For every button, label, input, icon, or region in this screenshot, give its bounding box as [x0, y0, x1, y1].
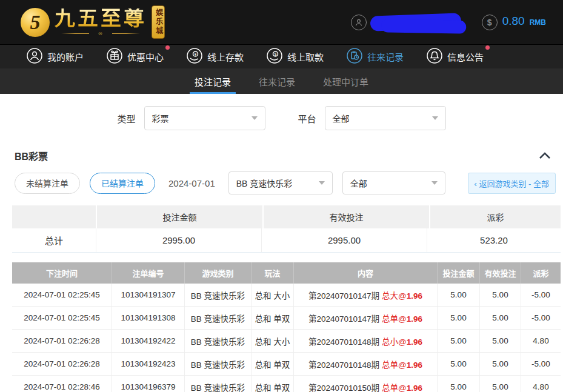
cell-game-category: BB 竞速快乐彩 [184, 376, 251, 392]
cell-bet-time: 2024-07-01 02:25:45 [12, 307, 112, 329]
cell-valid-bet: 5.00 [479, 353, 521, 375]
logo-flourish: ∞ [61, 32, 140, 36]
type-filter-label: 类型 [117, 112, 135, 125]
cell-game-category: BB 竞速快乐彩 [184, 330, 251, 352]
nav-item-promotions[interactable]: 优惠中心 [107, 48, 164, 65]
cell-order-id: 101304191307 [112, 284, 184, 306]
username-redacted [370, 13, 461, 31]
content-odds: 1.96 [407, 384, 422, 392]
summary-payout-total: 523.20 [427, 228, 561, 252]
content-pick: 总大@ [382, 291, 407, 301]
user-icon [351, 15, 367, 30]
nav-item-my-account[interactable]: 我的账户 [27, 48, 84, 65]
col-content: 内容 [293, 262, 437, 284]
cell-bet-amount: 5.00 [437, 284, 479, 306]
summary-bet-total: 2995.00 [96, 228, 261, 252]
nav-item-withdraw[interactable]: $ 线上取款 [267, 48, 324, 65]
content-odds: 1.96 [407, 360, 422, 370]
settled-bets-button[interactable]: 已结算注单 [90, 173, 155, 194]
game-select[interactable]: BB 竞速快乐彩 [228, 171, 333, 194]
notification-dot [165, 45, 170, 50]
chevron-down-icon [319, 181, 325, 185]
cell-content: 第202407010147期 总大@1.96 [293, 284, 437, 306]
nav-item-transaction-records[interactable]: 往来记录 [347, 48, 404, 65]
content-period: 第202407010147期 [308, 289, 379, 301]
scope-select[interactable]: 全部 [342, 171, 445, 194]
nav-label: 优惠中心 [127, 50, 164, 63]
unsettled-bets-button[interactable]: 未结算注单 [15, 173, 80, 194]
cell-game-category: BB 竞速快乐彩 [184, 307, 251, 329]
cell-bet-amount: 5.00 [437, 376, 479, 392]
filter-row: 类型 彩票 平台 全部 [0, 94, 563, 139]
summary-col-payout: 派彩 [430, 205, 561, 228]
site-logo[interactable]: 5 九五至尊 ∞ 娱乐城 [21, 5, 165, 39]
cell-bet-amount: 5.00 [437, 307, 479, 329]
content-period: 第202407010148期 [308, 335, 379, 347]
gift-icon [107, 48, 122, 65]
chevron-up-icon[interactable] [539, 152, 551, 159]
back-to-game-category-link[interactable]: ‹ 返回游戏类别 - 全部 [468, 173, 556, 194]
tab-bet-records[interactable]: 投注记录 [191, 68, 235, 94]
cell-payout: -5.00 [521, 353, 561, 375]
balance-currency: RMB [530, 18, 546, 27]
cell-bet-time: 2024-07-01 02:26:28 [12, 353, 112, 375]
account-icon [27, 48, 42, 65]
cell-bet-amount: 5.00 [437, 353, 479, 375]
cell-bet-amount: 5.00 [437, 330, 479, 352]
table-row: 2024-07-01 02:26:28 101304192423 BB 竞速快乐… [12, 353, 561, 376]
table-header-row: 下注时间 注单编号 游戏类别 玩法 内容 投注金额 有效投注 派彩 [12, 262, 561, 284]
content-odds: 1.96 [407, 337, 422, 347]
summary-col-valid: 有效投注 [264, 205, 429, 228]
summary-valid-total: 2995.00 [261, 228, 427, 252]
tab-transaction-records[interactable]: 往来记录 [255, 68, 299, 94]
col-bet-amount: 投注金额 [437, 262, 479, 284]
table-row: 2024-07-01 02:28:46 101304196379 BB 竞速快乐… [12, 376, 561, 392]
content-period: 第202407010150期 [308, 381, 379, 392]
cell-content: 第202407010147期 总单@1.96 [293, 307, 437, 329]
nav-item-deposit[interactable]: ¥ 线上存款 [187, 48, 244, 65]
nav-label: 往来记录 [367, 50, 404, 63]
content-pick: 总单@ [382, 384, 407, 392]
user-account-chip[interactable] [351, 15, 461, 30]
nav-label: 信息公告 [447, 50, 484, 63]
bet-filter-toolbar: 未结算注单 已结算注单 2024-07-01 BB 竞速快乐彩 全部 ‹ 返回游… [0, 169, 563, 203]
tab-pending-orders[interactable]: 处理中订单 [319, 68, 372, 94]
content-pick: 总小@ [382, 337, 407, 347]
chevron-down-icon [252, 116, 258, 120]
date-value[interactable]: 2024-07-01 [168, 178, 215, 188]
summary-table: 投注金额 有效投注 派彩 总计 2995.00 2995.00 523.20 [12, 205, 561, 253]
cell-bet-time: 2024-07-01 02:25:45 [12, 284, 112, 306]
deposit-icon: ¥ [187, 48, 202, 65]
cell-payout: 4.80 [521, 330, 561, 352]
withdraw-icon: $ [267, 48, 282, 65]
cell-play-type: 总和 单双 [251, 376, 293, 392]
col-payout: 派彩 [521, 262, 561, 284]
cell-payout: 4.80 [521, 376, 561, 392]
type-select[interactable]: 彩票 [144, 106, 265, 130]
type-select-value: 彩票 [152, 112, 169, 124]
bb-lottery-section-header: BB彩票 [0, 139, 563, 169]
summary-col-bet: 投注金额 [97, 205, 262, 228]
cell-valid-bet: 5.00 [479, 330, 521, 352]
cell-game-category: BB 竞速快乐彩 [184, 284, 251, 306]
cell-play-type: 总和 大小 [251, 330, 293, 352]
col-play-type: 玩法 [251, 262, 293, 284]
chevron-down-icon [432, 116, 438, 120]
main-nav: 我的账户 优惠中心 ¥ 线上存款 $ [0, 44, 563, 68]
cell-content: 第202407010150期 总单@1.96 [293, 376, 437, 392]
platform-select-value: 全部 [333, 112, 350, 124]
logo-title: 九五至尊 [55, 8, 147, 29]
col-game-category: 游戏类别 [184, 262, 251, 284]
cell-order-id: 101304196379 [112, 376, 184, 392]
platform-select[interactable]: 全部 [325, 106, 446, 130]
nav-label: 线上取款 [287, 50, 324, 63]
balance-display[interactable]: $ 0.80 RMB [482, 15, 546, 30]
notification-dot [485, 45, 490, 50]
svg-text:$: $ [275, 52, 277, 56]
logo-circle-icon: 5 [21, 8, 50, 37]
col-bet-time: 下注时间 [12, 262, 112, 284]
game-select-value: BB 竞速快乐彩 [236, 177, 293, 189]
record-tabs: 投注记录 往来记录 处理中订单 [0, 68, 563, 94]
cell-order-id: 101304191308 [112, 307, 184, 329]
nav-item-announcements[interactable]: 信息公告 [427, 48, 484, 65]
